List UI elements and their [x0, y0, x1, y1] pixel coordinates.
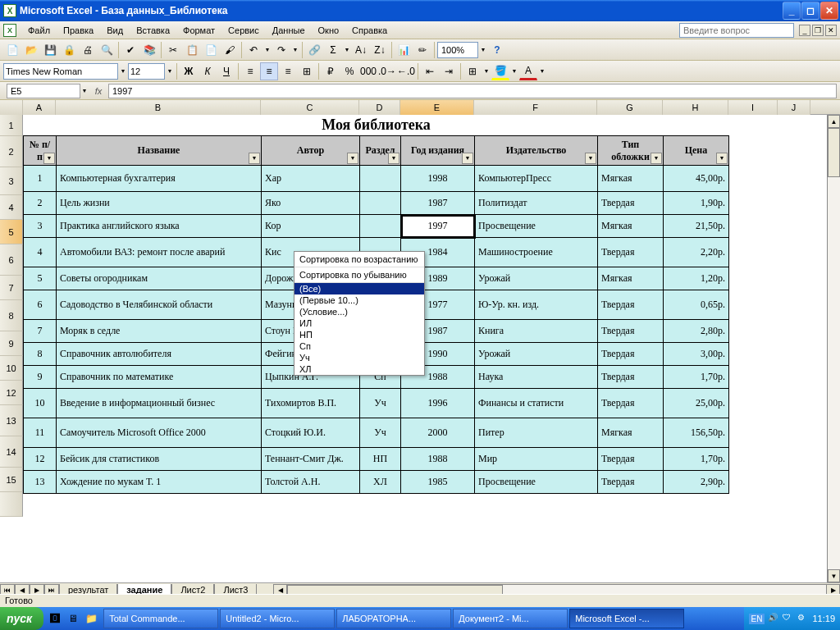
paste-icon[interactable]: 📄	[202, 41, 220, 59]
column-header-B[interactable]: B	[56, 100, 261, 115]
row-header[interactable]: 6	[0, 244, 23, 276]
decrease-indent-icon[interactable]: ⇤	[421, 62, 439, 80]
row-header[interactable]: 8	[0, 300, 23, 331]
menu-format[interactable]: Формат	[176, 24, 221, 37]
cell[interactable]: 1987	[401, 192, 475, 215]
cell[interactable]: Садоводство в Челябинской области	[57, 290, 262, 320]
close-button[interactable]: ✕	[820, 2, 838, 20]
cell[interactable]: Мягкая	[598, 215, 664, 238]
vscroll-thumb[interactable]	[828, 128, 840, 177]
cell[interactable]: Практика английского языка	[57, 215, 262, 238]
cell[interactable]: НП	[360, 448, 401, 471]
cell[interactable]: Уч	[360, 389, 401, 418]
menu-window[interactable]: Окно	[312, 24, 346, 37]
cell[interactable]: Твердая	[598, 192, 664, 215]
italic-icon[interactable]: К	[199, 62, 217, 80]
scroll-down-button[interactable]: ▼	[828, 569, 840, 582]
row-header[interactable]: 10	[0, 356, 23, 381]
tray-icon[interactable]: ⚙	[797, 613, 809, 624]
taskbar-button[interactable]: Microsoft Excel -...	[569, 609, 684, 628]
cell[interactable]: ХЛ	[360, 471, 401, 494]
cell[interactable]: Твердая	[598, 389, 664, 418]
column-header-C[interactable]: C	[261, 100, 359, 115]
clock[interactable]: 11:19	[812, 614, 835, 623]
row-header[interactable]: 2	[0, 136, 23, 167]
fontcolor-dropdown[interactable]: ▼	[538, 63, 546, 80]
cell[interactable]: 8	[24, 343, 57, 366]
filter-arrow[interactable]: ▼	[347, 153, 358, 164]
language-indicator[interactable]: EN	[749, 614, 765, 624]
taskbar-button[interactable]: Untitled2 - Micro...	[220, 609, 335, 628]
undo-icon[interactable]: ↶	[244, 41, 262, 59]
cell[interactable]: 0,65р.	[664, 290, 729, 320]
drawing-icon[interactable]: ✏	[413, 41, 431, 59]
filter-option[interactable]: ХЛ	[294, 363, 424, 375]
permissions-icon[interactable]: 🔒	[60, 41, 78, 59]
quicklaunch-desktop-icon[interactable]: 🖥	[65, 610, 81, 627]
name-box[interactable]: E5	[7, 84, 80, 98]
print-preview-icon[interactable]: 🔍	[98, 41, 116, 59]
cell[interactable]: Просвещение	[475, 215, 598, 238]
row-header[interactable]: 14	[0, 436, 23, 468]
cell[interactable]: Советы огородникам	[57, 267, 262, 290]
cell[interactable]: Урожай	[475, 343, 598, 366]
menu-data[interactable]: Данные	[266, 24, 312, 37]
cell[interactable]: Наука	[475, 366, 598, 389]
menu-file[interactable]: Файл	[21, 24, 57, 37]
cell[interactable]: Финансы и статисти	[475, 389, 598, 418]
menu-help[interactable]: Справка	[345, 24, 394, 37]
filter-arrow[interactable]: ▼	[388, 153, 399, 164]
cell[interactable]: 1996	[401, 389, 475, 418]
scroll-up-button[interactable]: ▲	[828, 115, 840, 128]
cell[interactable]: Твердая	[598, 471, 664, 494]
print-icon[interactable]: 🖨	[79, 41, 97, 59]
cell[interactable]: Мягкая	[598, 267, 664, 290]
cell[interactable]: 2	[24, 192, 57, 215]
column-header-F[interactable]: F	[474, 100, 597, 115]
cell[interactable]: Питер	[475, 418, 598, 448]
menu-edit[interactable]: Правка	[57, 24, 100, 37]
sort-desc-icon[interactable]: Z↓	[371, 41, 389, 59]
cell[interactable]: 9	[24, 366, 57, 389]
tray-icon[interactable]: 🔊	[768, 613, 779, 624]
cell[interactable]: Твердая	[598, 448, 664, 471]
cell[interactable]: Компьютерная бухгалтерия	[57, 166, 262, 192]
cell[interactable]	[360, 192, 401, 215]
font-size-select[interactable]	[128, 63, 165, 80]
cell[interactable]: Просвещение	[475, 471, 598, 494]
new-icon[interactable]: 📄	[3, 41, 21, 59]
ask-input[interactable]	[679, 23, 794, 38]
cell[interactable]: 1998	[401, 166, 475, 192]
open-icon[interactable]: 📂	[22, 41, 40, 59]
column-header-G[interactable]: G	[597, 100, 663, 115]
filter-arrow[interactable]: ▼	[716, 153, 728, 164]
cell[interactable]: Справочник автолюбителя	[57, 343, 262, 366]
hyperlink-icon[interactable]: 🔗	[305, 41, 323, 59]
column-header-D[interactable]: D	[359, 100, 400, 115]
column-header-J[interactable]: J	[778, 100, 810, 115]
filter-arrow[interactable]: ▼	[651, 153, 662, 164]
font-color-icon[interactable]: A	[519, 62, 537, 80]
cell[interactable]: Мир	[475, 448, 598, 471]
cell[interactable]: 1,90р.	[664, 192, 729, 215]
cell[interactable]: Машиностроение	[475, 238, 598, 267]
cell[interactable]: Урожай	[475, 267, 598, 290]
cell[interactable]	[360, 166, 401, 192]
row-header[interactable]	[0, 492, 23, 517]
namebox-dropdown[interactable]: ▼	[80, 83, 89, 99]
cell[interactable]: 3,00р.	[664, 343, 729, 366]
row-header[interactable]: 9	[0, 331, 23, 356]
cell[interactable]: Уч	[360, 418, 401, 448]
cell[interactable]: 6	[24, 290, 57, 320]
filter-option[interactable]: (Все)	[294, 283, 424, 294]
app-icon[interactable]: X	[3, 24, 16, 37]
vertical-scrollbar[interactable]: ▲ ▼	[827, 115, 840, 582]
column-header-E[interactable]: E	[400, 100, 474, 115]
cell[interactable]: 2,80р.	[664, 320, 729, 343]
filter-arrow[interactable]: ▼	[585, 153, 596, 164]
cell[interactable]: 2,20р.	[664, 238, 729, 267]
quicklaunch-opera-icon[interactable]: 🅾	[47, 610, 63, 627]
bold-icon[interactable]: Ж	[180, 62, 198, 80]
cell[interactable]: Твердая	[598, 238, 664, 267]
cell[interactable]: Кор	[262, 215, 360, 238]
